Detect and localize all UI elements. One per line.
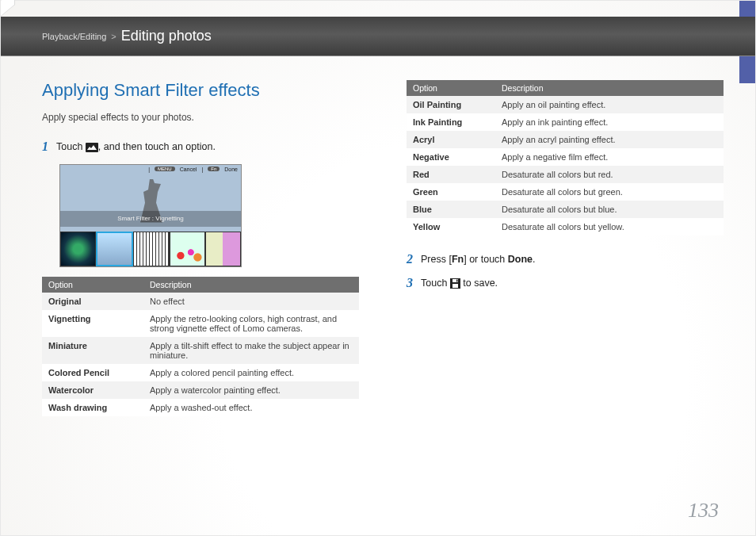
mock-thumb-row: [60, 232, 241, 266]
option-desc: Apply a watercolor painting effect.: [143, 381, 359, 399]
mock-thumb-watercolor: [205, 232, 241, 266]
option-desc: Desaturate all colors but green.: [495, 183, 724, 201]
th-option: Option: [42, 277, 143, 293]
option-name: Red: [407, 166, 495, 183]
mock-fn-pill: Fn: [208, 167, 220, 171]
option-desc: Apply the retro-looking colors, high con…: [143, 310, 359, 337]
step-3-text: Touch to save.: [421, 277, 498, 291]
section-title: Applying Smart Filter effects: [42, 80, 359, 101]
th-description: Description: [143, 277, 359, 293]
option-name: Oil Painting: [407, 96, 495, 113]
step-2-text: Press [Fn] or touch Done.: [421, 253, 536, 267]
option-desc: Apply a washed-out effect.: [143, 399, 359, 416]
table-row: MiniatureApply a tilt-shift effect to ma…: [42, 337, 359, 364]
page-corner-fold: [1, 0, 15, 17]
step-number: 3: [407, 277, 413, 289]
header-band: Playback/Editing > Editing photos: [1, 17, 755, 56]
step-2-post: .: [533, 254, 535, 265]
table-row: NegativeApply a negative film effect.: [407, 148, 724, 166]
table-row: WatercolorApply a watercolor painting ef…: [42, 381, 359, 399]
step-3-post: to save.: [460, 278, 498, 289]
mock-menu-pill: MENU: [155, 167, 175, 171]
step-1-pre: Touch: [56, 141, 86, 152]
save-icon: [450, 278, 460, 289]
th-description: Description: [495, 80, 724, 96]
breadcrumb-sep: >: [111, 32, 116, 41]
table-row: RedDesaturate all colors but red.: [407, 166, 724, 183]
step-2: 2 Press [Fn] or touch Done.: [407, 253, 724, 267]
mock-thumb-vignetting: [96, 232, 133, 266]
step-3-pre: Touch: [421, 278, 450, 289]
mock-thumb-miniature: [133, 232, 169, 266]
option-desc: Apply an ink painting effect.: [495, 113, 724, 131]
option-name: Yellow: [407, 218, 495, 235]
table-row: Wash drawingApply a washed-out effect.: [42, 399, 359, 416]
option-desc: Apply a colored pencil painting effect.: [143, 364, 359, 381]
step-1-post: , and then touch an option.: [98, 141, 216, 152]
left-column: Applying Smart Filter effects Apply spec…: [42, 80, 359, 503]
option-desc: Apply an oil painting effect.: [495, 96, 724, 113]
option-name: Ink Painting: [407, 113, 495, 131]
svg-rect-4: [456, 279, 458, 281]
mock-band-label: Smart Filter : Vignetting: [60, 211, 241, 227]
option-name: Colored Pencil: [42, 364, 143, 381]
table-row: VignettingApply the retro-looking colors…: [42, 310, 359, 337]
mock-thumb-colored-pencil: [170, 232, 205, 266]
screenshot-mock: | MENU Cancel | Fn Done Smart Filter : V…: [59, 164, 242, 267]
breadcrumb-page: Editing photos: [121, 28, 212, 44]
step-number: 1: [42, 140, 48, 153]
table-row: BlueDesaturate all colors but blue.: [407, 201, 724, 218]
option-name: Original: [42, 293, 143, 310]
mock-done: Done: [224, 167, 238, 172]
table-row: YellowDesaturate all colors but yellow.: [407, 218, 724, 235]
filter-icon: [86, 143, 98, 152]
mock-thumb-original: [60, 232, 96, 266]
option-desc: Apply an acryl painting effect.: [495, 131, 724, 148]
section-intro: Apply special effects to your photos.: [42, 112, 359, 123]
option-name: Blue: [407, 201, 495, 218]
step-number: 2: [407, 253, 413, 266]
option-desc: Apply a tilt-shift effect to make the su…: [143, 337, 359, 364]
right-column: Option Description Oil PaintingApply an …: [407, 80, 724, 503]
table-row: Ink PaintingApply an ink painting effect…: [407, 113, 724, 131]
option-name: Negative: [407, 148, 495, 166]
fn-key-icon: Fn: [452, 254, 464, 265]
option-desc: Desaturate all colors but yellow.: [495, 218, 724, 235]
option-desc: Desaturate all colors but red.: [495, 166, 724, 183]
option-name: Acryl: [407, 131, 495, 148]
table-row: Oil PaintingApply an oil painting effect…: [407, 96, 724, 113]
option-desc: No effect: [143, 293, 359, 310]
breadcrumb-section: Playback/Editing: [42, 32, 106, 41]
th-option: Option: [407, 80, 495, 96]
options-table-left: Option Description OriginalNo effectVign…: [42, 277, 359, 416]
step-2-pre: Press [: [421, 254, 452, 265]
step-2-done: Done: [508, 254, 533, 265]
step-1-text: Touch , and then touch an option.: [56, 140, 216, 155]
page-number: 133: [688, 499, 719, 523]
option-desc: Apply a negative film effect.: [495, 148, 724, 166]
option-name: Vignetting: [42, 310, 143, 337]
option-name: Miniature: [42, 337, 143, 364]
step-3: 3 Touch to save.: [407, 277, 724, 291]
option-name: Watercolor: [42, 381, 143, 399]
option-name: Wash drawing: [42, 399, 143, 416]
page-root: Playback/Editing > Editing photos Applyi…: [0, 0, 756, 536]
table-row: Colored PencilApply a colored pencil pai…: [42, 364, 359, 381]
svg-rect-3: [452, 284, 458, 288]
table-row: GreenDesaturate all colors but green.: [407, 183, 724, 201]
step-1: 1 Touch , and then touch an option.: [42, 140, 359, 155]
option-name: Green: [407, 183, 495, 201]
mock-topbar: | MENU Cancel | Fn Done: [148, 167, 238, 172]
mock-cancel: Cancel: [180, 167, 197, 172]
table-row: OriginalNo effect: [42, 293, 359, 310]
option-desc: Desaturate all colors but blue.: [495, 201, 724, 218]
options-table-right: Option Description Oil PaintingApply an …: [407, 80, 724, 235]
step-2-mid: ] or touch: [464, 254, 508, 265]
table-row: AcrylApply an acryl painting effect.: [407, 131, 724, 148]
